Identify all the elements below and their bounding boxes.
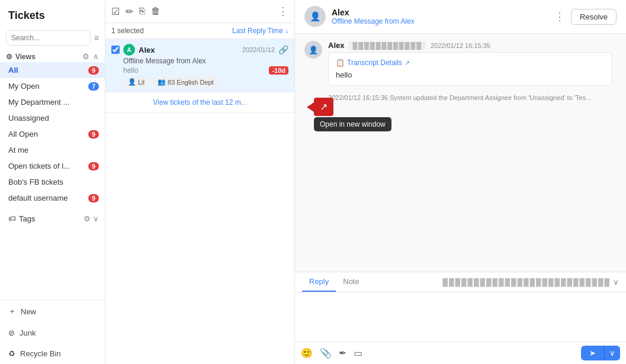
message-body: hello	[336, 70, 605, 79]
transcript-text: Transcript Details	[347, 59, 402, 67]
sidebar-item-bobfb[interactable]: Bob's FB tickets	[0, 174, 105, 190]
views-section-header: ⚙ Views ⚙ ∧	[0, 49, 105, 62]
tag-english-dept: 👥 83 English Dept	[153, 77, 219, 87]
sidebar-item-openl-label: Open tickets of l...	[8, 162, 88, 170]
plus-icon: ＋	[8, 306, 16, 317]
sidebar-item-openl[interactable]: Open tickets of l... 9	[0, 158, 105, 174]
settings-icon[interactable]: ⚙	[82, 52, 89, 61]
tab-note[interactable]: Note	[336, 272, 366, 292]
open-new-window-area: ↗ Open in new window	[307, 98, 391, 131]
sidebar-item-allopen-badge: 9	[88, 130, 99, 138]
sidebar-item-allopen-label: All Open	[8, 130, 88, 138]
ticket-item[interactable]: A Alex 2022/01/12 🔗 Offline Message from…	[105, 39, 294, 92]
sidebar-item-atme[interactable]: At me	[0, 142, 105, 158]
tab-reply[interactable]: Reply	[302, 272, 336, 292]
reply-tabs: Reply Note ███████████████████████████ ∨	[295, 272, 626, 292]
view-tickets-link[interactable]: View tickets of the last 12 m...	[105, 92, 294, 113]
template-icon[interactable]: ▭	[354, 347, 362, 359]
open-in-new-window-button[interactable]: ↗	[314, 98, 333, 116]
send-icon: ➤	[589, 349, 596, 357]
recipient-expand-icon[interactable]: ∨	[613, 278, 619, 286]
emoji-icon[interactable]: 🙂	[301, 347, 313, 359]
tag-icon: 🏷	[8, 214, 16, 223]
sort-arrow-icon: ↓	[285, 27, 288, 35]
right-header: 👤 Alex Offline Message from Alex ⋮ Resol…	[295, 0, 626, 34]
sidebar-item-all[interactable]: All 9	[0, 62, 105, 78]
search-input[interactable]	[6, 30, 91, 46]
ticket-preview-text: hello	[123, 66, 138, 75]
message-sender: Alex	[328, 41, 344, 50]
message-bubble: 📋 Transcript Details ↗ hello	[328, 52, 612, 86]
more-options-icon[interactable]: ⋮	[278, 5, 288, 18]
ticket-avatar: A	[123, 44, 135, 56]
message-time: 2022/01/12 16:15:35	[431, 42, 490, 49]
sidebar-item-defaultuser[interactable]: default username 9	[0, 190, 105, 206]
sidebar-item-mydept[interactable]: My Department ...	[0, 94, 105, 110]
search-container: ≡	[0, 27, 105, 49]
reply-footer: 🙂 📎 ✒ ▭ ➤ ∨	[295, 342, 626, 364]
toolbar-icons: ☑ ✏ ⎘ 🗑	[111, 6, 160, 17]
sidebar-bottom: ＋ New ⊘ Junk ♻ Recycle Bin	[0, 299, 105, 364]
ticket-sender-name: Alex	[139, 46, 239, 54]
header-name: Alex	[332, 8, 548, 17]
sidebar-item-recycle[interactable]: ♻ Recycle Bin	[0, 343, 105, 364]
tag-english-dept-label: 83 English Dept	[168, 79, 214, 86]
delete-icon[interactable]: 🗑	[151, 6, 160, 17]
ticket-checkbox[interactable]	[111, 46, 120, 54]
sidebar-item-junk[interactable]: ⊘ Junk	[0, 323, 105, 343]
overdue-badge: -10d	[269, 66, 288, 75]
recycle-icon: ♻	[8, 349, 15, 358]
tooltip-text: Open in new window	[320, 120, 386, 128]
header-actions: ⋮ Resolve	[554, 9, 617, 25]
tags-label: Tags	[19, 214, 35, 223]
edit-icon[interactable]: ✏	[126, 6, 133, 17]
tags-settings-icon[interactable]: ⚙	[84, 214, 91, 223]
message-content: Alex ████████████ 2022/01/12 16:15:35 📋 …	[328, 41, 617, 86]
collapse-icon[interactable]: ∧	[93, 52, 99, 61]
sidebar-item-myopen-label: My Open	[8, 82, 88, 91]
sidebar-item-myopen-badge: 7	[88, 82, 99, 91]
circle-x-icon: ⊘	[8, 328, 15, 337]
header-more-icon[interactable]: ⋮	[554, 10, 565, 23]
sidebar-tags[interactable]: 🏷 Tags ⚙ ∨	[0, 211, 105, 227]
sidebar-item-new[interactable]: ＋ New	[0, 300, 105, 323]
right-panel: 👤 Alex Offline Message from Alex ⋮ Resol…	[295, 0, 626, 364]
sidebar-item-defaultuser-badge: 9	[88, 194, 99, 202]
sidebar-item-unassigned[interactable]: Unassigned	[0, 110, 105, 126]
ticket-link-icon[interactable]: 🔗	[278, 45, 288, 54]
filter-icon[interactable]: ≡	[94, 33, 99, 43]
ticket-list-toolbar: ☑ ✏ ⎘ 🗑 ⋮	[105, 0, 294, 23]
checkbox-all-icon[interactable]: ☑	[111, 6, 120, 17]
sidebar-item-mydept-label: My Department ...	[8, 98, 99, 107]
sidebar-items-list: All 9 My Open 7 My Department ... Unassi…	[0, 62, 105, 206]
sidebar-item-openl-badge: 9	[88, 162, 99, 170]
send-button[interactable]: ➤	[581, 346, 604, 360]
resolve-button[interactable]: Resolve	[571, 9, 617, 25]
tag-lil-label: Lil	[138, 79, 145, 86]
person-icon: 👤	[128, 78, 136, 86]
reply-editor[interactable]	[295, 292, 626, 340]
ticket-list-meta: 1 selected Last Reply Time ↓	[105, 23, 294, 39]
transcript-link[interactable]: 📋 Transcript Details ↗	[336, 59, 605, 67]
new-label: New	[21, 307, 36, 316]
ticket-tags: 👤 Lil 👥 83 English Dept	[111, 77, 288, 87]
sidebar-item-all-badge: 9	[88, 66, 99, 75]
send-area: ➤ ∨	[581, 346, 620, 360]
message-id: ████████████	[349, 41, 426, 50]
message-avatar: 👤	[304, 41, 322, 59]
sidebar-item-allopen[interactable]: All Open 9	[0, 126, 105, 142]
ticket-list-panel: ☑ ✏ ⎘ 🗑 ⋮ 1 selected Last Reply Time ↓ A…	[105, 0, 295, 364]
attachment-icon[interactable]: 📎	[320, 347, 332, 359]
sort-button[interactable]: Last Reply Time ↓	[232, 27, 288, 35]
sidebar-item-myopen[interactable]: My Open 7	[0, 78, 105, 94]
sidebar-item-all-label: All	[8, 66, 88, 75]
copy-icon[interactable]: ⎘	[139, 6, 145, 17]
views-label: Views	[15, 53, 36, 61]
sidebar-item-bobfb-label: Bob's FB tickets	[8, 178, 99, 186]
send-options-button[interactable]: ∨	[604, 346, 620, 360]
signature-icon[interactable]: ✒	[339, 347, 346, 359]
reply-box: Reply Note ███████████████████████████ ∨…	[295, 272, 626, 364]
tags-expand-icon[interactable]: ∨	[93, 214, 99, 223]
sidebar-item-atme-label: At me	[8, 146, 99, 154]
ticket-subject: Offline Message from Alex	[111, 57, 288, 65]
